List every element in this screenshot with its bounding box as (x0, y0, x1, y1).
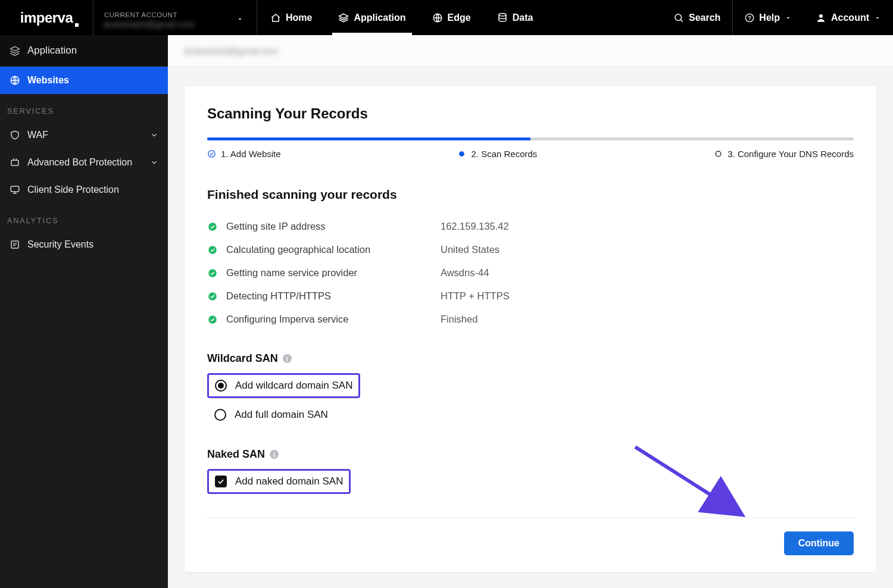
scan-value: United States (441, 244, 499, 255)
nav-account[interactable]: Account (804, 0, 893, 35)
scan-row: Calculating geographical location United… (207, 238, 854, 261)
scan-key: Getting site IP address (226, 221, 441, 232)
check-icon (207, 268, 218, 279)
wildcard-san-title: Wildcard SAN i (207, 352, 854, 365)
nav-edge[interactable]: Edge (419, 0, 484, 35)
sidebar-section-services: SERVICES (0, 94, 168, 121)
sidebar-item-client-side[interactable]: Client Side Protection (0, 176, 168, 204)
radio-add-wildcard-san[interactable]: Add wildcard domain SAN (207, 373, 360, 398)
sidebar-item-websites[interactable]: Websites (0, 67, 168, 94)
sidebar-item-label: Websites (27, 75, 69, 86)
step-2: 2. Scan Records (457, 149, 537, 159)
naked-san-label: Naked SAN (207, 448, 265, 461)
account-value: jkuberka04@gmail.com (104, 20, 246, 29)
svg-point-15 (208, 269, 217, 277)
database-icon (497, 12, 508, 23)
check-icon (207, 314, 218, 325)
progress-bar (207, 137, 854, 140)
nav-help[interactable]: ? Help (733, 0, 804, 35)
svg-rect-7 (11, 160, 18, 165)
scan-key: Calculating geographical location (226, 244, 441, 255)
svg-point-14 (208, 246, 217, 254)
scan-key: Configuring Imperva service (226, 314, 441, 325)
sidebar-item-label: WAF (27, 130, 48, 140)
sidebar-item-label: Client Side Protection (27, 184, 119, 195)
scan-key: Detecting HTTP/HTTPS (226, 290, 441, 302)
checkbox-icon (215, 476, 227, 487)
divider (207, 518, 854, 518)
content-card: Scanning Your Records 1. Add Website 2. … (185, 86, 876, 572)
shield-icon (10, 130, 20, 140)
step-3: 3. Configure Your DNS Records (714, 149, 854, 159)
button-row: Continue (207, 531, 854, 555)
page-title: Scanning Your Records (207, 105, 854, 122)
account-selector[interactable]: CURRENT ACCOUNT jkuberka04@gmail.com (93, 0, 257, 35)
step-1: 1. Add Website (207, 149, 281, 159)
info-icon[interactable]: i (283, 354, 292, 363)
user-icon (816, 12, 826, 23)
wildcard-san-label: Wildcard SAN (207, 352, 278, 365)
step-pending-icon (714, 149, 723, 158)
sidebar-section-analytics: ANALYTICS (0, 204, 168, 231)
home-icon (270, 12, 281, 23)
main-nav: Home Application Edge Data (257, 0, 546, 35)
svg-point-12 (716, 151, 721, 157)
svg-point-10 (208, 151, 215, 157)
nav-application[interactable]: Application (325, 0, 419, 35)
monitor-icon (10, 184, 20, 195)
events-icon (10, 239, 20, 250)
globe-icon (10, 75, 20, 86)
naked-san-title: Naked SAN i (207, 448, 854, 461)
topbar: imperva CURRENT ACCOUNT jkuberka04@gmail… (0, 0, 893, 35)
radio-icon (215, 380, 227, 392)
scan-value: 162.159.135.42 (441, 221, 509, 232)
scan-value: HTTP + HTTPS (441, 290, 510, 302)
scan-row: Detecting HTTP/HTTPS HTTP + HTTPS (207, 284, 854, 308)
radio-label: Add full domain SAN (235, 409, 328, 421)
nav-edge-label: Edge (448, 12, 471, 23)
nav-home[interactable]: Home (257, 0, 325, 35)
svg-point-17 (208, 315, 217, 324)
nav-data-label: Data (513, 12, 533, 23)
nav-account-label: Account (831, 12, 869, 23)
svg-point-13 (208, 223, 217, 231)
nav-search[interactable]: Search (661, 0, 732, 35)
sidebar-item-waf[interactable]: WAF (0, 121, 168, 149)
svg-text:?: ? (748, 15, 751, 21)
scan-value: Awsdns-44 (441, 267, 489, 279)
breadcrumb-text: jkuberka04@gmail.com (185, 46, 278, 56)
info-icon[interactable]: i (270, 450, 279, 459)
step-current-icon (457, 149, 466, 158)
checkbox-label: Add naked domain SAN (235, 476, 343, 487)
sidebar-item-advanced-bot[interactable]: Advanced Bot Protection (0, 149, 168, 176)
caret-down-icon (236, 15, 243, 23)
account-label: CURRENT ACCOUNT (104, 11, 246, 18)
step-label: 3. Configure Your DNS Records (727, 149, 854, 159)
radio-add-full-san[interactable]: Add full domain SAN (207, 403, 854, 427)
continue-label: Continue (798, 538, 839, 548)
step-complete-icon (207, 149, 216, 158)
nav-help-label: Help (759, 12, 780, 23)
breadcrumb: jkuberka04@gmail.com (168, 35, 893, 67)
check-icon (207, 245, 218, 255)
scan-row: Getting name service provider Awsdns-44 (207, 261, 854, 284)
svg-point-2 (675, 14, 682, 21)
sidebar-item-label: Security Events (27, 239, 93, 250)
brand-text: imperva (20, 10, 73, 26)
sidebar-item-security-events[interactable]: Security Events (0, 231, 168, 258)
bot-icon (10, 157, 20, 168)
sidebar-header: Application (0, 35, 168, 67)
radio-icon (214, 409, 226, 421)
brand-logo[interactable]: imperva (0, 0, 93, 35)
nav-data[interactable]: Data (484, 0, 547, 35)
svg-rect-9 (11, 241, 18, 248)
wizard-steps: 1. Add Website 2. Scan Records 3. Config… (207, 149, 854, 159)
finished-title: Finished scanning your records (207, 187, 854, 202)
layers-icon (338, 12, 349, 23)
main-content: jkuberka04@gmail.com Scanning Your Recor… (168, 35, 893, 588)
continue-button[interactable]: Continue (784, 531, 854, 555)
nav-application-label: Application (354, 12, 405, 23)
svg-point-5 (819, 14, 823, 18)
right-nav: Search ? Help Account (661, 0, 893, 35)
checkbox-add-naked-san[interactable]: Add naked domain SAN (207, 469, 351, 494)
